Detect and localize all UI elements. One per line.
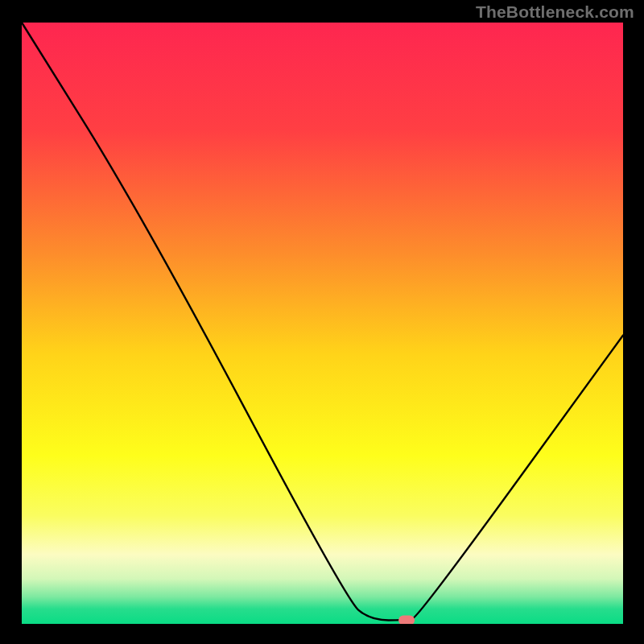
frame-right (623, 0, 644, 644)
frame-bottom (0, 624, 644, 644)
chart-stage: TheBottleneck.com (0, 0, 644, 644)
frame-left (0, 0, 22, 644)
bottleneck-chart (0, 0, 644, 644)
plot-background (22, 23, 623, 624)
optimal-marker (398, 616, 415, 625)
watermark-text: TheBottleneck.com (476, 2, 634, 22)
